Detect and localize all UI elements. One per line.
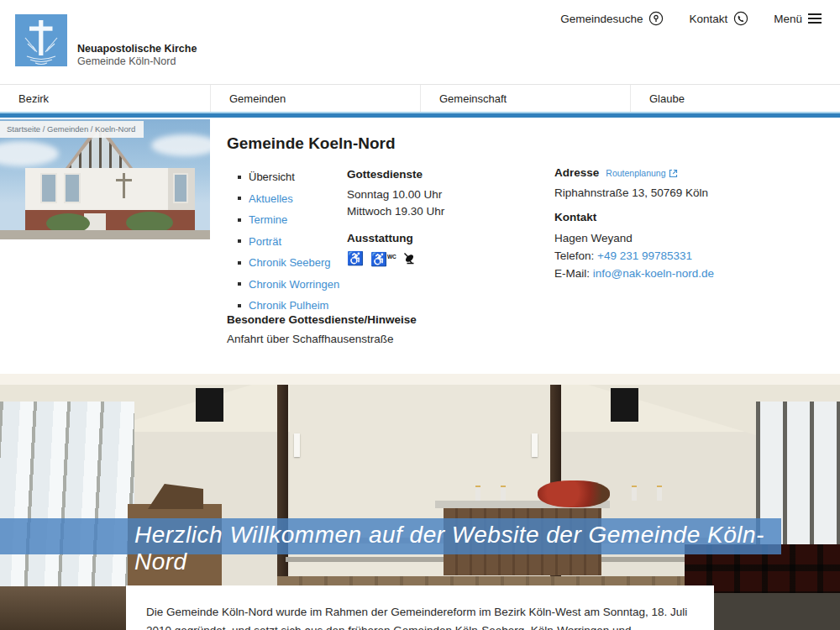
equipment-heading: Ausstattung bbox=[347, 232, 532, 244]
candle-glass bbox=[475, 487, 480, 501]
wall-sconce bbox=[532, 433, 538, 457]
wheelchair-icon: ♿ bbox=[347, 252, 364, 265]
breadcrumb-separator: / bbox=[43, 124, 45, 134]
menu-link-chronik-pulheim[interactable]: Chronik Pulheim bbox=[249, 299, 328, 312]
congregation-search-button[interactable]: Gemeindesuche bbox=[560, 11, 664, 26]
phone-link[interactable]: +49 231 99785331 bbox=[597, 249, 692, 262]
contact-button[interactable]: Kontakt bbox=[689, 11, 748, 26]
menu-link-uebersicht[interactable]: Übersicht bbox=[249, 171, 295, 183]
candle-glass bbox=[501, 487, 506, 501]
nav-accent-bar bbox=[0, 112, 840, 118]
menu-link-termine[interactable]: Termine bbox=[249, 213, 287, 226]
wc-superscript: WC bbox=[387, 254, 396, 260]
intro-card: Die Gemeinde Köln-Nord wurde im Rahmen d… bbox=[126, 585, 714, 630]
nav-item-gemeinden[interactable]: Gemeinden bbox=[210, 85, 420, 112]
special-services-heading: Besondere Gottesdienste/Hinweise bbox=[227, 313, 417, 326]
menu-item-termine[interactable]: Termine bbox=[238, 213, 339, 226]
header-links: Gemeindesuche Kontakt Menü bbox=[560, 11, 822, 26]
nav-item-glaube[interactable]: Glaube bbox=[630, 85, 840, 112]
services-column: Gottesdienste Sonntag 10.00 Uhr Mittwoch… bbox=[347, 168, 532, 266]
church-window bbox=[173, 173, 188, 203]
service-time-sunday: Sonntag 10.00 Uhr bbox=[347, 186, 532, 203]
wall-sconce bbox=[294, 433, 300, 457]
ground bbox=[0, 230, 210, 239]
menu-link-chronik-seeberg[interactable]: Chronik Seeberg bbox=[249, 256, 331, 269]
email-link[interactable]: info@nak-koeln-nord.de bbox=[593, 267, 714, 280]
menu-item-chronik-worringen[interactable]: Chronik Worringen bbox=[238, 278, 339, 291]
breadcrumb-home[interactable]: Startseite bbox=[7, 124, 40, 134]
bullet-square-icon bbox=[238, 218, 241, 222]
bullet-square-icon bbox=[238, 282, 241, 286]
menu-link-chronik-worringen[interactable]: Chronik Worringen bbox=[249, 278, 339, 291]
contact-email-row: E-Mail: info@nak-koeln-nord.de bbox=[554, 265, 823, 282]
breadcrumb-current: Koeln-Nord bbox=[95, 124, 135, 134]
service-time-wednesday: Mittwoch 19.30 Uhr bbox=[347, 203, 532, 220]
church-window bbox=[64, 173, 81, 203]
menu-item-chronik-seeberg[interactable]: Chronik Seeberg bbox=[238, 256, 339, 269]
phone-label: Telefon: bbox=[554, 249, 594, 262]
bullet-square-icon bbox=[238, 176, 241, 179]
satellite-icon bbox=[403, 252, 416, 265]
page: Neuapostolische Kirche Gemeinde Köln-Nor… bbox=[0, 0, 840, 630]
email-label: E-Mail: bbox=[554, 267, 590, 280]
bullet-square-icon bbox=[238, 261, 241, 265]
special-services-text: Anfahrt über Schaffhausenstraße bbox=[227, 333, 394, 345]
speaker-box bbox=[611, 388, 638, 422]
main-nav: Bezirk Gemeinden Gemeinschaft Glaube bbox=[0, 84, 840, 112]
address-heading: Adresse bbox=[554, 166, 599, 179]
wall-cross-icon bbox=[116, 179, 132, 181]
header: Neuapostolische Kirche Gemeinde Köln-Nor… bbox=[0, 0, 840, 84]
nav-item-gemeinschaft[interactable]: Gemeinschaft bbox=[420, 85, 630, 112]
menu-label: Menü bbox=[774, 13, 802, 25]
nav-item-bezirk[interactable]: Bezirk bbox=[0, 85, 210, 112]
contact-name: Hagen Weyand bbox=[554, 229, 823, 247]
menu-item-chronik-pulheim[interactable]: Chronik Pulheim bbox=[238, 299, 339, 312]
welcome-text: Herzlich Willkommen auf der Website der … bbox=[134, 522, 790, 575]
location-circle-icon bbox=[648, 11, 664, 26]
menu-item-portraet[interactable]: Porträt bbox=[238, 235, 339, 248]
candle-glass bbox=[632, 487, 637, 501]
brand-subtitle: Gemeinde Köln-Nord bbox=[77, 55, 197, 68]
external-link-icon bbox=[669, 169, 678, 178]
menu-link-portraet[interactable]: Porträt bbox=[249, 235, 281, 248]
nak-logo-icon[interactable] bbox=[15, 14, 67, 66]
content: Startseite / Gemeinden / Koeln-Nord Geme… bbox=[0, 118, 840, 374]
church-photo: Startseite / Gemeinden / Koeln-Nord bbox=[0, 119, 210, 239]
contact-phone-row: Telefon: +49 231 99785331 bbox=[554, 247, 823, 265]
breadcrumb-separator: / bbox=[91, 124, 93, 134]
brand-name: Neuapostolische Kirche bbox=[77, 43, 197, 55]
address-contact-column: Adresse Routenplanung Riphahnstraße 13, … bbox=[554, 166, 823, 282]
cloud-shape bbox=[0, 141, 59, 166]
congregation-menu: Übersicht Aktuelles Termine Porträt Chro… bbox=[238, 171, 339, 321]
page-title: Gemeinde Koeln-Nord bbox=[227, 134, 396, 153]
bullet-square-icon bbox=[238, 197, 241, 200]
church-window bbox=[40, 173, 57, 203]
brand: Neuapostolische Kirche Gemeinde Köln-Nor… bbox=[77, 43, 197, 68]
candle-glass bbox=[657, 487, 662, 501]
menu-button[interactable]: Menü bbox=[774, 13, 822, 25]
speaker-box bbox=[196, 388, 223, 422]
contact-label: Kontakt bbox=[689, 13, 727, 25]
bullet-square-icon bbox=[238, 239, 241, 243]
breadcrumb-gemeinden[interactable]: Gemeinden bbox=[47, 124, 88, 134]
breadcrumb[interactable]: Startseite / Gemeinden / Koeln-Nord bbox=[0, 121, 144, 138]
wall-cross-icon bbox=[123, 173, 125, 198]
beige-divider bbox=[0, 374, 840, 385]
hamburger-icon bbox=[808, 13, 822, 24]
phone-circle-icon bbox=[733, 11, 748, 26]
cloud-shape bbox=[151, 134, 210, 156]
congregation-search-label: Gemeindesuche bbox=[560, 13, 643, 25]
intro-text: Die Gemeinde Köln-Nord wurde im Rahmen d… bbox=[146, 603, 694, 630]
flower-arrangement bbox=[538, 480, 610, 507]
wheelchair-wc-icon: ♿WC bbox=[370, 250, 396, 266]
route-planning-link[interactable]: Routenplanung bbox=[606, 168, 677, 178]
equipment-icons: ♿ ♿WC bbox=[347, 250, 532, 266]
menu-item-uebersicht[interactable]: Übersicht bbox=[238, 171, 339, 183]
menu-item-aktuelles[interactable]: Aktuelles bbox=[238, 192, 339, 205]
services-heading: Gottesdienste bbox=[347, 168, 532, 181]
bullet-square-icon bbox=[238, 304, 241, 307]
address-street: Riphahnstraße 13, 50769 Köln bbox=[554, 184, 823, 202]
menu-link-aktuelles[interactable]: Aktuelles bbox=[249, 192, 293, 205]
organ-lid bbox=[148, 484, 203, 509]
route-planning-label: Routenplanung bbox=[606, 168, 665, 178]
